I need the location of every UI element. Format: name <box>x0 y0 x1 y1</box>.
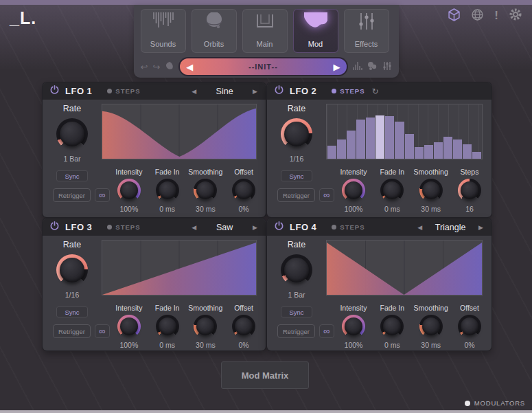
step-bar[interactable] <box>443 137 452 159</box>
lfo3-title: LFO 3 <box>65 222 92 232</box>
step-bar[interactable] <box>385 116 394 159</box>
wave-next-arrow[interactable]: ▶ <box>251 88 259 95</box>
lfo2-rate-knob[interactable] <box>281 118 312 150</box>
step-bar[interactable] <box>434 142 443 159</box>
lfo2-loop-button[interactable]: ∞ <box>319 188 334 202</box>
step-bar[interactable] <box>366 118 375 159</box>
lfo1-wave-name[interactable]: Sine <box>203 87 246 96</box>
fade-in-knob[interactable] <box>380 179 404 202</box>
intensity-knob[interactable] <box>342 179 365 202</box>
lfo4-title: LFO 4 <box>290 222 316 232</box>
smoothing-knob[interactable] <box>419 179 443 202</box>
power-icon[interactable] <box>49 221 60 234</box>
header-icons: ! <box>448 8 522 24</box>
preset-selector[interactable]: ◀ --INIT-- ▶ <box>180 58 346 75</box>
mod-matrix-button[interactable]: Mod Matrix <box>221 361 309 389</box>
lfo2-steps-display[interactable] <box>326 104 483 159</box>
lfo4-panel: LFO 4 STEPS ◀ Triangle ▶ Rate 1 Bar Sync… <box>267 219 491 350</box>
lfo4-wave-name[interactable]: Triangle <box>429 223 472 232</box>
step-bar[interactable] <box>327 146 336 159</box>
preset-prev-arrow[interactable]: ◀ <box>186 58 193 75</box>
steps-knob[interactable] <box>458 179 481 202</box>
lfo3-rate-knob[interactable] <box>56 254 88 286</box>
top-edge-bar <box>0 0 532 5</box>
step-bar[interactable] <box>356 120 365 159</box>
intensity-knob[interactable] <box>342 315 365 338</box>
lfo1-sync-button[interactable]: Sync <box>56 170 88 181</box>
lfo3-sync-button[interactable]: Sync <box>56 306 88 317</box>
step-bar[interactable] <box>453 139 462 159</box>
intensity-knob[interactable] <box>117 315 141 338</box>
offset-knob[interactable] <box>232 315 255 338</box>
tab-effects[interactable]: Effects <box>344 9 389 53</box>
fade-in-knob[interactable] <box>380 315 404 338</box>
lfo2-sync-button[interactable]: Sync <box>281 170 312 181</box>
step-bar[interactable] <box>424 145 433 159</box>
settings-gear-icon[interactable] <box>509 8 522 24</box>
lfo3-wave-name[interactable]: Saw <box>203 223 246 232</box>
lfo1-waveform-display <box>102 104 257 159</box>
randomize-steps-icon[interactable]: ↻ <box>372 87 379 96</box>
wave-prev-arrow[interactable]: ◀ <box>190 224 198 231</box>
smoothing-knob[interactable] <box>194 315 217 338</box>
wave-next-arrow[interactable]: ▶ <box>477 224 485 231</box>
tab-orbits[interactable]: Orbits <box>192 9 237 53</box>
intensity-knob[interactable] <box>117 179 141 202</box>
wave-prev-arrow[interactable]: ◀ <box>416 224 424 231</box>
lfo2-rate: Rate 1/16 <box>267 104 326 163</box>
tab-sounds[interactable]: Sounds <box>141 9 186 53</box>
step-bar[interactable] <box>347 131 356 159</box>
fade-in-knob[interactable] <box>156 179 179 202</box>
fade-in-knob[interactable] <box>156 315 179 338</box>
tab-main[interactable]: Main <box>242 9 288 53</box>
tab-orbits-label: Orbits <box>204 40 224 48</box>
power-icon[interactable] <box>274 85 284 98</box>
mixer-icon[interactable] <box>382 61 392 73</box>
globe-icon[interactable] <box>471 8 484 24</box>
smoothing-knob[interactable] <box>419 315 443 338</box>
wave-next-arrow[interactable]: ▶ <box>251 224 259 231</box>
offset-knob[interactable] <box>232 179 255 202</box>
step-bar[interactable] <box>405 134 414 159</box>
smoothing-knob[interactable] <box>194 179 217 202</box>
lfo4-header: LFO 4 STEPS ◀ Triangle ▶ <box>267 219 491 236</box>
lfo2-retrigger-button[interactable]: Retrigger <box>277 188 315 202</box>
step-bar[interactable] <box>337 139 346 159</box>
lfo1-retrigger-button[interactable]: Retrigger <box>53 188 91 202</box>
step-bar[interactable] <box>375 115 384 159</box>
blob-icon[interactable] <box>367 61 378 73</box>
cube-3d-icon[interactable] <box>448 8 461 24</box>
lfo3-steps-toggle[interactable]: STEPS <box>107 223 140 231</box>
lfo4-retrigger-button[interactable]: Retrigger <box>277 324 315 338</box>
lfo1-steps-toggle[interactable]: STEPS <box>107 87 140 95</box>
lfo4-loop-button[interactable]: ∞ <box>319 324 334 338</box>
orbits-sphere-icon <box>192 12 236 32</box>
power-icon[interactable] <box>49 85 60 98</box>
lfo4-steps-toggle[interactable]: STEPS <box>332 223 365 231</box>
lfo2-knob-row: Intensity100% Fade In0 ms Smoothing30 ms… <box>334 168 489 213</box>
lfo4-sync-button[interactable]: Sync <box>281 306 312 317</box>
lfo4-rate-knob[interactable] <box>281 254 312 286</box>
step-bar[interactable] <box>463 144 472 159</box>
alert-icon[interactable]: ! <box>494 10 498 22</box>
wave-prev-arrow[interactable]: ◀ <box>190 88 198 95</box>
undo-icon[interactable]: ↩ <box>141 62 148 72</box>
lfo1-rate-knob[interactable] <box>56 118 88 150</box>
lfo3-loop-button[interactable]: ∞ <box>95 324 110 338</box>
view-icons <box>352 61 392 73</box>
tab-mod[interactable]: Mod <box>293 9 338 53</box>
save-preset-icon[interactable] <box>165 61 174 73</box>
step-bar[interactable] <box>415 147 424 159</box>
step-bar[interactable] <box>472 152 481 159</box>
redo-icon[interactable]: ↪ <box>152 62 160 72</box>
lfo3-retrigger-button[interactable]: Retrigger <box>53 324 91 338</box>
power-icon[interactable] <box>274 221 284 234</box>
preset-next-arrow[interactable]: ▶ <box>334 58 340 75</box>
lfo1-rate: Rate 1 Bar <box>43 104 102 163</box>
step-bar[interactable] <box>395 122 404 159</box>
analyzer-icon[interactable] <box>352 61 362 73</box>
lfo2-steps-toggle[interactable]: STEPS <box>332 87 365 95</box>
lfo1-loop-button[interactable]: ∞ <box>95 188 110 202</box>
steps-dot-icon <box>107 225 112 230</box>
offset-knob[interactable] <box>458 315 481 338</box>
